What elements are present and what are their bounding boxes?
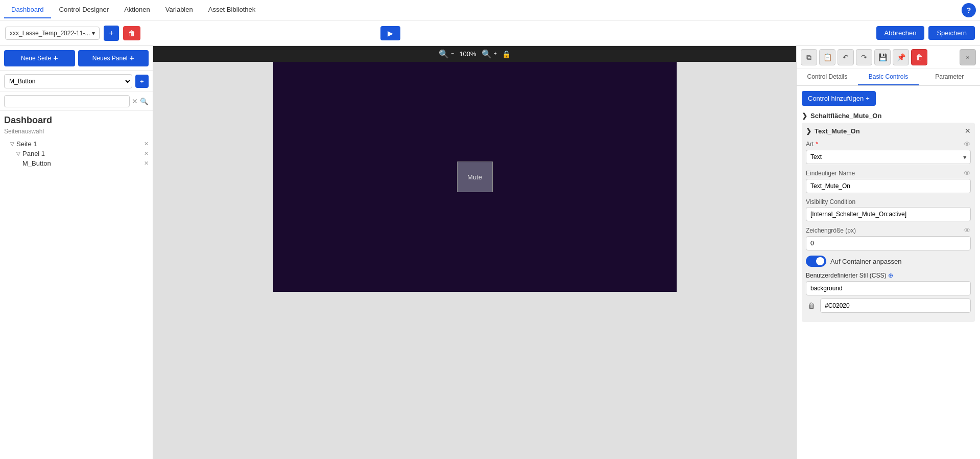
delete-icon: 🗑 [916,53,923,61]
tree-item-seite1[interactable]: ▽ Seite 1 ✕ [10,139,149,149]
zeichengroesse-hide-icon[interactable]: 👁 [964,226,971,235]
section2-close-button[interactable]: ✕ [965,127,971,135]
zeichengroesse-label: Zeichengröße (px) 👁 [806,226,971,235]
tree-area: Dashboard Seitenauswahl ▽ Seite 1 ✕ ▽ Pa… [0,111,153,459]
copy-icon: ⧉ [806,53,811,62]
delete-project-button[interactable]: 🗑 [123,26,140,40]
sidebar: Neue Seite + Neues Panel + M_Button + ✕ … [0,46,153,459]
auf-container-toggle[interactable] [806,256,826,267]
seite1-label: Seite 1 [16,140,37,148]
toggle-row: Auf Container anpassen [806,256,971,267]
art-field-row: Art * 👁 Text [806,140,971,164]
eindeutiger-name-label: Eindeutiger Name 👁 [806,169,971,177]
add-control-small-button[interactable]: + [135,75,149,88]
css-key-input[interactable] [806,281,971,295]
nav-tab-asset-bibliothek[interactable]: Asset Bibliothek [201,2,263,18]
eindeutiger-name-input[interactable] [806,179,971,193]
css-trash-icon: 🗑 [808,302,815,310]
redo-button[interactable]: ↷ [856,49,872,65]
control-type-select[interactable]: M_Button [4,74,132,88]
project-name: xxx_Lasse_Temp_2022-11-... [10,30,90,37]
control-type-row: M_Button + [0,71,153,92]
search-icon-button[interactable]: 🔍 [140,98,149,105]
required-indicator: * [816,141,818,148]
canvas-background[interactable]: Mute [273,62,677,292]
panel1-label: Panel 1 [22,150,45,157]
search-clear-button[interactable]: ✕ [132,97,138,105]
save-icon: 💾 [878,53,887,61]
undo-button[interactable]: ↶ [838,49,854,65]
tree-item-panel1[interactable]: ▽ Panel 1 ✕ [16,149,149,158]
mute-button-label: Mute [467,173,482,181]
project-dropdown[interactable]: xxx_Lasse_Temp_2022-11-... ▾ [5,27,100,40]
css-add-icon[interactable]: ⊕ [888,272,893,279]
paste-button[interactable]: 📋 [819,49,835,65]
zoom-in-button[interactable]: 🔍 + [482,49,497,59]
chevron-down-icon: ❯ [802,112,807,120]
toggle-slider [806,256,826,267]
tree-subtitle: Seitenauswahl [4,128,149,135]
add-project-button[interactable]: + [104,26,118,41]
section2-title: Text_Mute_On [815,127,860,135]
panel1-close-button[interactable]: ✕ [144,150,149,157]
help-button[interactable]: ? [962,3,976,17]
tab-parameter[interactable]: Parameter [919,69,980,85]
pin-button[interactable]: 📌 [893,49,909,65]
nav-tab-aktionen[interactable]: Aktionen [117,2,157,18]
zoom-out-button[interactable]: 🔍 − [439,49,454,59]
auf-container-label: Auf Container anpassen [830,258,901,265]
tree-item-mbutton[interactable]: M_Button ✕ [22,158,149,168]
tab-basic-controls[interactable]: Basic Controls [858,69,919,85]
mute-button-element[interactable]: Mute [457,162,493,192]
search-input[interactable] [4,95,130,107]
plus-icon: + [109,29,113,38]
zoom-level: 100% [459,50,476,58]
mbutton-close-button[interactable]: ✕ [144,160,149,167]
expand-panel-button[interactable]: » [960,49,976,65]
add-control-plus-icon: + [866,95,870,102]
canvas-toolbar: 🔍 − 100% 🔍 + 🔒 [153,46,796,62]
art-select[interactable]: Text [806,150,971,164]
save-small-button[interactable]: 💾 [874,49,891,65]
trash-icon: 🗑 [128,29,135,37]
neue-seite-button[interactable]: Neue Seite + [4,50,75,66]
zoom-in-icon: 🔍 [482,50,492,58]
art-select-wrapper: Text [806,150,971,164]
neues-panel-plus-icon: + [129,54,134,63]
right-toolbar: ⧉ 📋 ↶ ↷ 💾 📌 🗑 » [797,46,980,69]
undo-icon: ↶ [843,53,849,61]
add-control-label: Control hinzufügen [808,95,864,102]
add-control-button[interactable]: Control hinzufügen + [802,91,876,106]
panel-tabs: Control Details Basic Controls Parameter [797,69,980,86]
nav-tab-dashboard[interactable]: Dashboard [4,2,51,18]
copy-button[interactable]: ⧉ [801,49,817,65]
nav-tab-variablen[interactable]: Variablen [158,2,200,18]
visibility-input[interactable] [806,207,971,221]
neues-panel-button[interactable]: Neues Panel + [78,50,149,66]
add-control-bar: Control hinzufügen + [802,91,975,106]
pin-icon: 📌 [897,53,905,61]
sidebar-header: Neue Seite + Neues Panel + [0,46,153,71]
abbrechen-button[interactable]: Abbrechen [876,26,925,40]
eindeutiger-hide-icon[interactable]: 👁 [964,169,971,177]
zeichengroesse-input[interactable] [806,236,971,250]
tab-control-details[interactable]: Control Details [797,69,858,85]
seite1-close-button[interactable]: ✕ [144,141,149,147]
css-section-row: Benutzerdefinierter Stil (CSS) ⊕ 🗑 [806,272,971,313]
css-delete-button[interactable]: 🗑 [806,300,817,312]
neue-seite-label: Neue Seite [21,55,51,62]
tree-title: Dashboard [4,115,149,126]
art-label: Art * 👁 [806,140,971,148]
visibility-label: Visibility Condition [806,198,971,205]
eindeutiger-name-field-row: Eindeutiger Name 👁 [806,169,971,193]
css-color-input[interactable] [820,299,971,313]
lock-button[interactable]: 🔒 [502,50,511,58]
art-hide-icon[interactable]: 👁 [964,140,971,148]
nav-tab-control-designer[interactable]: Control Designer [52,2,116,18]
css-section-label: Benutzerdefinierter Stil (CSS) ⊕ [806,272,971,279]
expand-icon: » [966,54,970,61]
seite1-toggle-icon: ▽ [10,141,14,147]
speichern-button[interactable]: Speichern [928,26,975,40]
delete-element-button[interactable]: 🗑 [911,49,927,65]
play-button[interactable]: ▶ [380,26,400,40]
